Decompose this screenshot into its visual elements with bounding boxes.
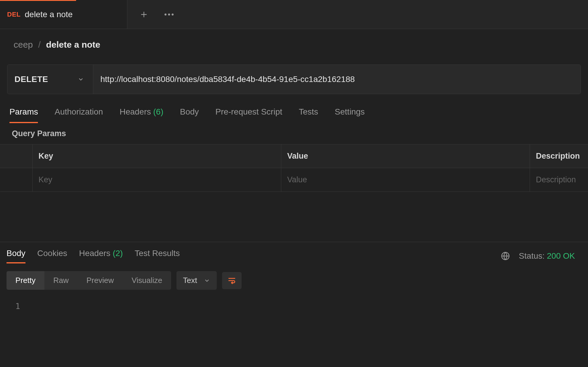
breadcrumb: ceep / delete a note	[0, 29, 588, 65]
param-key-input[interactable]	[38, 175, 275, 184]
mode-raw[interactable]: Raw	[44, 271, 78, 290]
chevron-down-icon	[204, 277, 210, 284]
response-body: 1	[0, 297, 588, 315]
tab-settings[interactable]: Settings	[335, 107, 365, 123]
tab-headers[interactable]: Headers (6)	[120, 107, 163, 123]
tabs-actions	[127, 0, 174, 29]
tab-headers-count: (6)	[153, 107, 163, 116]
url-input[interactable]	[93, 65, 581, 94]
params-table: Key Value Description	[0, 144, 588, 192]
resp-tab-headers-label: Headers	[79, 249, 110, 258]
table-header-row: Key Value Description	[0, 144, 588, 168]
method-label: DELETE	[15, 75, 48, 84]
tab-headers-label: Headers	[120, 107, 151, 116]
mode-preview[interactable]: Preview	[78, 271, 123, 290]
drag-handle[interactable]	[0, 168, 33, 192]
tab-method-badge: DEL	[7, 11, 21, 18]
body-view-mode-segment: Pretty Raw Preview Visualize	[7, 271, 171, 290]
resp-tab-cookies[interactable]: Cookies	[37, 249, 67, 263]
param-value-input[interactable]	[287, 175, 524, 184]
status-label: Status:	[519, 251, 544, 260]
mode-visualize[interactable]: Visualize	[123, 271, 171, 290]
resp-tab-testresults[interactable]: Test Results	[135, 249, 180, 263]
col-key: Key	[33, 144, 281, 168]
wrap-icon	[227, 276, 237, 285]
network-info-button[interactable]	[501, 252, 510, 260]
globe-icon	[501, 252, 510, 260]
response-status-area: Status: 200 OK	[501, 251, 581, 261]
tab-overflow-button[interactable]	[164, 13, 174, 16]
response-code[interactable]	[36, 302, 588, 311]
resp-tab-headers-count: (2)	[113, 249, 123, 258]
breadcrumb-collection[interactable]: ceep	[14, 40, 33, 50]
line-number: 1	[0, 302, 36, 311]
body-view-toolbar: Pretty Raw Preview Visualize Text	[0, 263, 588, 297]
method-select[interactable]: DELETE	[7, 65, 93, 94]
mode-pretty[interactable]: Pretty	[7, 271, 44, 290]
tab-body[interactable]: Body	[180, 107, 199, 123]
param-description-input[interactable]	[536, 175, 582, 184]
wrap-lines-button[interactable]	[222, 272, 242, 289]
status-code[interactable]: 200 OK	[547, 251, 575, 260]
tab-tests[interactable]: Tests	[299, 107, 318, 123]
format-label: Text	[183, 276, 197, 285]
resp-tab-headers[interactable]: Headers (2)	[79, 249, 123, 263]
col-description: Description	[530, 144, 588, 168]
query-params-title: Query Params	[0, 123, 588, 144]
resp-tab-body[interactable]: Body	[7, 249, 25, 263]
plus-icon	[140, 10, 148, 19]
svg-point-1	[168, 14, 170, 15]
request-subtabs: Params Authorization Headers (6) Body Pr…	[0, 94, 588, 123]
ellipsis-icon	[164, 13, 174, 16]
line-gutter: 1	[0, 302, 36, 311]
tab-active-indicator	[0, 0, 76, 1]
col-value: Value	[281, 144, 530, 168]
response-header: Body Cookies Headers (2) Test Results St…	[0, 242, 588, 263]
chevron-down-icon	[78, 76, 84, 83]
new-tab-button[interactable]	[140, 10, 148, 19]
table-row	[0, 168, 588, 192]
tab-prerequest[interactable]: Pre-request Script	[216, 107, 282, 123]
svg-point-2	[172, 14, 173, 15]
tab-authorization[interactable]: Authorization	[54, 107, 103, 123]
request-response-divider	[0, 192, 588, 242]
request-tab[interactable]: DEL delete a note	[0, 0, 127, 29]
breadcrumb-request-name: delete a note	[46, 40, 100, 50]
request-row: DELETE	[7, 65, 581, 94]
format-select[interactable]: Text	[176, 271, 217, 290]
tabs-bar: DEL delete a note	[0, 0, 588, 29]
breadcrumb-separator: /	[38, 40, 41, 50]
tab-title: delete a note	[25, 10, 73, 19]
svg-point-0	[165, 14, 166, 15]
response-tabs: Body Cookies Headers (2) Test Results	[7, 249, 180, 263]
drag-column	[0, 144, 33, 168]
tab-params[interactable]: Params	[9, 107, 38, 123]
